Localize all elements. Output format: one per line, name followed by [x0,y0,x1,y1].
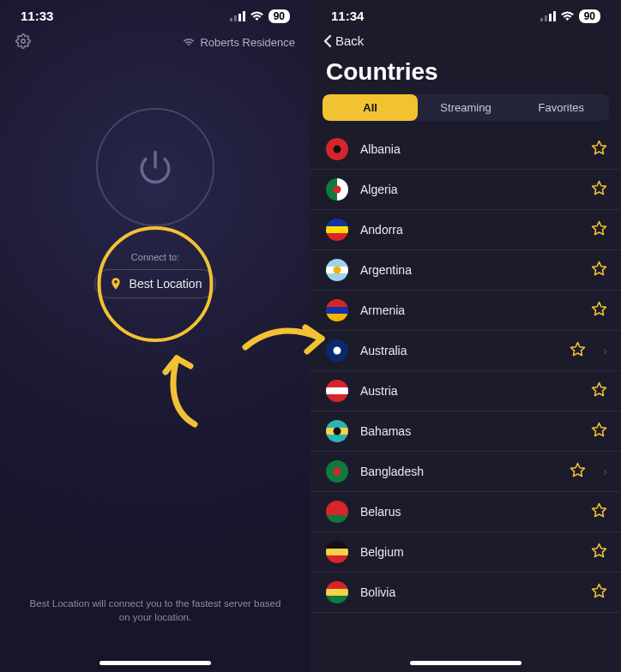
svg-marker-11 [593,181,606,194]
favorite-star-button[interactable] [591,502,607,522]
star-icon [570,462,586,478]
settings-button[interactable] [15,33,31,51]
favorite-star-button[interactable] [591,301,607,321]
country-row[interactable]: Armenia [310,291,621,331]
country-row[interactable]: Algeria [310,170,621,210]
favorite-star-button[interactable] [591,422,607,441]
country-row[interactable]: Austria [310,371,621,411]
svg-marker-10 [593,141,606,153]
flag-icon [326,178,348,201]
power-icon [137,149,173,185]
country-row[interactable]: Albania [310,129,621,170]
status-bar: 11:34 90 [310,0,621,28]
svg-marker-15 [571,342,585,355]
flag-icon [326,259,348,281]
star-icon [591,220,607,237]
tab-favorites[interactable]: Favorites [514,94,609,121]
svg-rect-1 [234,15,237,21]
country-name: Belgium [360,545,579,559]
star-icon [591,381,607,398]
flag-icon [326,219,348,241]
flag-icon [326,420,348,442]
chevron-right-icon: › [603,465,607,478]
country-row[interactable]: Belgium [310,532,621,573]
back-button[interactable]: Back [310,28,621,53]
country-row[interactable]: Bolivia [310,573,621,613]
back-label: Back [335,33,364,48]
tab-all[interactable]: All [323,94,418,121]
svg-rect-7 [545,15,547,21]
flag-icon [326,460,348,483]
country-name: Australia [360,344,558,357]
home-indicator[interactable] [99,661,211,665]
svg-marker-20 [593,543,606,556]
home-indicator[interactable] [410,661,522,665]
svg-marker-12 [593,221,606,234]
network-name: Roberts Residence [200,36,295,49]
flag-icon [326,541,348,563]
star-icon [591,422,607,438]
country-name: Bahamas [360,424,579,438]
country-row[interactable]: Andorra [310,210,621,250]
svg-marker-19 [593,503,606,516]
country-name: Austria [360,384,579,398]
status-icons: 90 [230,9,290,23]
country-row[interactable]: Argentina [310,250,621,291]
country-row[interactable]: Belarus [310,492,621,532]
country-name: Armenia [360,303,579,317]
best-location-button[interactable]: Best Location [94,269,217,298]
country-name: Argentina [360,263,579,277]
favorite-star-button[interactable] [570,462,586,482]
country-name: Algeria [360,183,579,196]
favorite-star-button[interactable] [591,583,607,603]
gear-icon [15,33,31,49]
hint-text: Best Location will connect you to the fa… [0,597,310,624]
best-location-label: Best Location [130,277,202,291]
country-name: Bangladesh [360,465,558,478]
flag-icon [326,380,348,402]
svg-marker-17 [593,423,606,435]
star-icon [591,301,607,317]
svg-marker-13 [593,261,606,274]
favorite-star-button[interactable] [591,381,607,401]
svg-rect-6 [540,18,543,21]
star-icon [591,140,607,156]
country-list: AlbaniaAlgeriaAndorraArgentinaArmeniaAus… [310,129,621,613]
flag-icon [326,581,348,603]
svg-rect-3 [243,11,245,21]
svg-marker-14 [593,302,606,315]
favorite-star-button[interactable] [591,543,607,562]
tab-streaming[interactable]: Streaming [418,94,513,121]
svg-rect-2 [238,14,241,21]
svg-rect-8 [549,14,552,21]
wifi-icon [250,11,264,21]
country-name: Belarus [360,505,579,519]
country-row[interactable]: Australia› [310,331,621,371]
favorite-star-button[interactable] [570,341,586,361]
wifi-small-icon [183,38,195,47]
tabs: All Streaming Favorites [323,94,609,121]
country-name: Bolivia [360,585,579,599]
wifi-icon [560,11,575,21]
favorite-star-button[interactable] [591,261,607,280]
chevron-right-icon: › [603,344,607,357]
svg-rect-9 [553,11,556,21]
svg-point-4 [21,39,26,44]
country-row[interactable]: Bangladesh› [310,452,621,492]
flag-icon [326,299,348,321]
clock: 11:33 [21,9,53,23]
favorite-star-button[interactable] [591,180,607,200]
status-bar: 11:33 90 [0,0,310,28]
page-title: Countries [310,53,621,94]
country-name: Albania [360,142,579,156]
country-name: Andorra [360,223,579,237]
network-indicator[interactable]: Roberts Residence [183,36,295,49]
favorite-star-button[interactable] [591,140,607,159]
status-icons: 90 [540,9,600,23]
country-row[interactable]: Bahamas [310,411,621,452]
chevron-left-icon [323,34,332,48]
svg-rect-0 [230,18,232,21]
favorite-star-button[interactable] [591,220,607,240]
connect-to-label: Connect to: [131,252,179,262]
power-button[interactable] [96,108,214,226]
